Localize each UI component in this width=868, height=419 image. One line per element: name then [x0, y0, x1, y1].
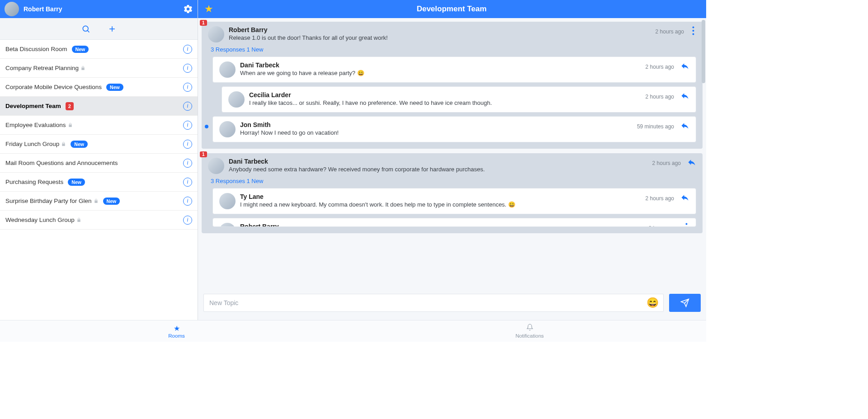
main-panel: ★ Development Team 1Robert BarryRelease … [198, 0, 706, 320]
nav-notifications[interactable]: Notifications [353, 320, 706, 342]
room-item[interactable]: Mail Room Questions and Annoucementsi [0, 154, 198, 173]
message-author: Cecilia Larder [249, 91, 637, 99]
message-text: Horray! Now I need to go on vacation! [240, 129, 628, 136]
svg-point-7 [686, 223, 688, 225]
bottom-nav: ★ Rooms Notifications [0, 320, 706, 342]
svg-point-4 [693, 27, 694, 28]
search-icon[interactable] [81, 24, 90, 33]
svg-point-6 [693, 33, 694, 35]
svg-point-5 [693, 30, 694, 32]
room-item[interactable]: Beta Discussion RoomNewi [0, 40, 198, 59]
reply-card: Jon SmithHorray! Now I need to go on vac… [212, 116, 696, 142]
nav-notifications-label: Notifications [515, 333, 544, 339]
emoji-picker-icon[interactable]: 😄 [646, 297, 659, 309]
nav-rooms[interactable]: ★ Rooms [0, 320, 353, 342]
room-name: Surprise Birthday Party for Glen [5, 198, 92, 204]
add-room-icon[interactable] [108, 24, 117, 33]
room-name: Friday Lunch Group [5, 141, 59, 147]
lock-icon [68, 121, 73, 129]
room-item[interactable]: Company Retreat Planningi [0, 59, 198, 78]
sidebar: Robert Barry Beta Discussion RoomNewiCom… [0, 0, 198, 320]
reply-icon[interactable] [680, 121, 689, 132]
unread-dot-icon [205, 125, 208, 128]
room-info-icon[interactable]: i [183, 159, 192, 168]
room-item[interactable]: Development Team2i [0, 97, 198, 116]
room-header: ★ Development Team [198, 0, 706, 18]
scrollbar-thumb[interactable] [702, 20, 705, 83]
room-item[interactable]: Corporate Mobile Device QuestionsNewi [0, 78, 198, 97]
nav-rooms-label: Rooms [168, 333, 184, 339]
reply-card: Dani TarbeckWhen are we going to have a … [212, 56, 696, 83]
sidebar-header: Robert Barry [0, 0, 198, 18]
topic-unread-badge: 1 [200, 20, 207, 26]
lock-icon [61, 140, 66, 148]
user-avatar[interactable] [5, 2, 19, 16]
favorite-star-icon[interactable]: ★ [204, 3, 213, 15]
reply-card: Cecilia LarderI really like tacos... or … [222, 86, 696, 113]
send-button[interactable] [669, 294, 701, 312]
message-time: 2 hours ago [646, 64, 674, 70]
svg-line-1 [87, 30, 89, 32]
room-info-icon[interactable]: i [183, 197, 192, 206]
room-name: Mail Room Questions and Annoucements [5, 160, 118, 166]
avatar [228, 91, 245, 108]
message-author: Dani Tarbeck [240, 61, 637, 69]
avatar [219, 223, 236, 227]
new-badge: New [71, 141, 88, 148]
reply-card: Ty LaneI might need a new keyboard. My c… [212, 188, 696, 214]
more-icon[interactable] [690, 26, 696, 37]
room-info-icon[interactable]: i [183, 102, 192, 111]
message-author: Dani Tarbeck [229, 158, 643, 165]
reply-icon[interactable] [680, 193, 689, 204]
sidebar-toolbar [0, 18, 198, 40]
message-author: Robert Barry [240, 223, 640, 227]
room-item[interactable]: Employee Evaluationsi [0, 116, 198, 135]
responses-link[interactable]: 3 Responses 1 New [211, 178, 696, 184]
avatar [208, 26, 224, 42]
room-name: Corporate Mobile Device Questions [5, 84, 102, 90]
room-info-icon[interactable]: i [183, 64, 192, 73]
room-info-icon[interactable]: i [183, 45, 192, 54]
message-time: 2 hours ago [649, 225, 677, 227]
responses-link[interactable]: 3 Responses 1 New [211, 46, 696, 53]
message-text: Anybody need some extra hardware? We rec… [229, 166, 643, 173]
unread-count-badge: 2 [66, 102, 74, 110]
new-badge: New [103, 198, 120, 205]
reply-icon[interactable] [687, 158, 696, 169]
messages-pane[interactable]: 1Robert BarryRelease 1.0 is out the door… [198, 18, 706, 289]
message-text: When are we going to have a release part… [240, 70, 637, 76]
room-info-icon[interactable]: i [183, 83, 192, 92]
reply-card: Robert Barry2 hours ago [212, 218, 696, 227]
new-topic-input[interactable]: New Topic 😄 [203, 294, 664, 312]
room-info-icon[interactable]: i [183, 121, 192, 130]
room-item[interactable]: Purchasing RequestsNewi [0, 173, 198, 192]
reply-icon[interactable] [680, 91, 689, 102]
user-name: Robert Barry [24, 5, 62, 13]
room-title: Development Team [213, 5, 690, 14]
reply-icon[interactable] [680, 61, 689, 72]
room-info-icon[interactable]: i [183, 178, 192, 187]
room-item[interactable]: Wednesday Lunch Groupi [0, 211, 198, 230]
message-time: 2 hours ago [646, 94, 674, 100]
more-icon[interactable] [684, 223, 689, 227]
avatar [219, 193, 236, 209]
room-info-icon[interactable]: i [183, 216, 192, 225]
settings-gear-icon[interactable] [183, 4, 193, 14]
avatar [208, 158, 224, 174]
lock-icon [94, 197, 99, 205]
svg-point-8 [686, 226, 688, 227]
message-author: Ty Lane [240, 193, 637, 200]
new-topic-placeholder: New Topic [209, 299, 238, 306]
new-badge: New [68, 179, 85, 186]
composer: New Topic 😄 [198, 289, 706, 320]
room-item[interactable]: Surprise Birthday Party for GlenNewi [0, 192, 198, 211]
room-info-icon[interactable]: i [183, 140, 192, 149]
room-name: Company Retreat Planning [5, 65, 79, 71]
room-list: Beta Discussion RoomNewiCompany Retreat … [0, 40, 198, 320]
new-badge: New [72, 46, 89, 53]
room-item[interactable]: Friday Lunch GroupNewi [0, 135, 198, 154]
message-time: 59 minutes ago [637, 123, 674, 130]
topic: 1Robert BarryRelease 1.0 is out the door… [202, 22, 703, 149]
room-name: Wednesday Lunch Group [5, 217, 75, 223]
message-time: 2 hours ago [646, 195, 674, 202]
